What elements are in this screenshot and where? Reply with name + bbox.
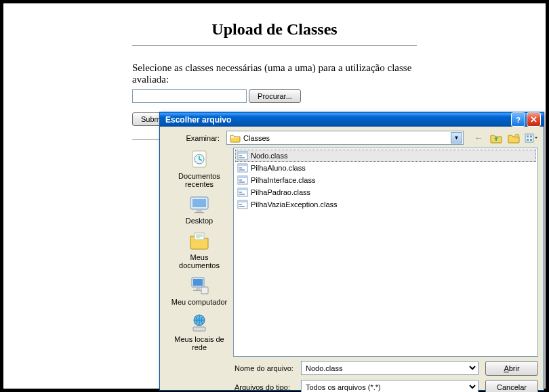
filetype-combo[interactable]: Todos os arquivos (*.*) bbox=[301, 380, 479, 392]
file-list[interactable]: Nodo.class PilhaAluno.class PilhaInterfa… bbox=[233, 148, 538, 357]
place-my-computer[interactable]: Meu computador bbox=[169, 275, 229, 306]
place-network[interactable]: Meus locais de rede bbox=[169, 312, 229, 351]
file-item[interactable]: PilhaAluno.class bbox=[235, 162, 536, 174]
place-label: Meus documentos bbox=[169, 253, 229, 269]
places-bar: Documentos recentes Desktop Meus documen… bbox=[165, 148, 233, 357]
svg-rect-35 bbox=[239, 192, 242, 193]
svg-rect-24 bbox=[239, 157, 245, 158]
svg-rect-40 bbox=[239, 206, 245, 207]
svg-rect-31 bbox=[239, 179, 242, 181]
file-item[interactable]: PilhaVaziaException.class bbox=[235, 198, 536, 211]
dialog-titlebar: Escolher arquivo ? ✕ bbox=[160, 112, 544, 127]
svg-rect-12 bbox=[195, 212, 204, 213]
svg-rect-27 bbox=[239, 167, 242, 169]
filename-combo[interactable]: Nodo.class bbox=[301, 361, 479, 375]
svg-rect-20 bbox=[193, 327, 205, 331]
class-file-icon bbox=[237, 175, 248, 185]
class-file-icon bbox=[237, 188, 248, 197]
file-open-dialog: Escolher arquivo ? ✕ Examinar: Classes ▼… bbox=[159, 112, 544, 391]
page-title: Upload de Classes bbox=[30, 20, 518, 39]
look-in-label: Examinar: bbox=[165, 134, 226, 142]
file-name: PilhaInterface.class bbox=[251, 176, 315, 184]
svg-rect-26 bbox=[238, 164, 247, 166]
svg-rect-38 bbox=[238, 200, 247, 202]
instruction-text: Selecione as classes necessárias (uma a … bbox=[132, 62, 417, 85]
svg-rect-10 bbox=[192, 199, 206, 207]
filetype-label: Arquivos do tipo: bbox=[233, 383, 301, 391]
views-button[interactable] bbox=[525, 131, 538, 145]
class-file-icon bbox=[237, 151, 248, 160]
look-in-value: Classes bbox=[243, 134, 270, 142]
place-label: Meu computador bbox=[169, 298, 229, 306]
place-label: Documentos recentes bbox=[169, 172, 229, 188]
look-in-combo[interactable]: Classes ▼ bbox=[226, 131, 464, 145]
cancel-button[interactable]: Cancelar bbox=[485, 380, 538, 392]
svg-rect-36 bbox=[239, 194, 245, 195]
close-button[interactable]: ✕ bbox=[527, 112, 541, 127]
views-icon bbox=[525, 133, 538, 144]
svg-rect-2 bbox=[525, 134, 533, 142]
my-docs-icon bbox=[188, 230, 211, 252]
file-item[interactable]: Nodo.class bbox=[235, 150, 536, 162]
desktop-icon bbox=[188, 194, 211, 215]
class-file-icon bbox=[237, 163, 248, 173]
network-icon bbox=[188, 312, 211, 334]
svg-rect-6 bbox=[530, 139, 532, 141]
class-file-icon bbox=[237, 200, 248, 209]
place-desktop[interactable]: Desktop bbox=[169, 194, 229, 225]
open-button[interactable]: Abrir bbox=[485, 361, 538, 376]
place-label: Meus locais de rede bbox=[169, 335, 229, 351]
svg-rect-34 bbox=[238, 188, 247, 190]
file-name: PilhaPadrao.class bbox=[251, 188, 310, 196]
place-label: Desktop bbox=[169, 217, 229, 225]
svg-rect-3 bbox=[527, 135, 529, 137]
chevron-down-icon[interactable]: ▼ bbox=[451, 132, 462, 144]
browse-button[interactable]: Procurar... bbox=[249, 89, 301, 103]
svg-rect-32 bbox=[239, 181, 245, 183]
divider bbox=[132, 45, 417, 46]
svg-rect-28 bbox=[239, 169, 245, 171]
file-item[interactable]: PilhaPadrao.class bbox=[235, 186, 536, 198]
folder-up-icon bbox=[490, 133, 502, 144]
dialog-title: Escolher arquivo bbox=[165, 115, 231, 125]
place-recent-documents[interactable]: Documentos recentes bbox=[169, 149, 229, 188]
up-one-level-button[interactable] bbox=[489, 131, 503, 145]
back-button[interactable]: ← bbox=[472, 131, 485, 145]
place-my-documents[interactable]: Meus documentos bbox=[169, 230, 229, 269]
new-folder-icon: ✶ bbox=[508, 133, 520, 144]
folder-icon bbox=[230, 133, 241, 143]
file-name: PilhaAluno.class bbox=[251, 164, 306, 172]
svg-rect-23 bbox=[239, 155, 242, 156]
svg-rect-16 bbox=[196, 288, 200, 290]
new-folder-button[interactable]: ✶ bbox=[507, 131, 521, 145]
file-name: PilhaVaziaException.class bbox=[251, 200, 338, 209]
svg-rect-11 bbox=[197, 210, 202, 212]
svg-rect-5 bbox=[527, 139, 529, 141]
recent-docs-icon bbox=[188, 149, 211, 171]
svg-rect-15 bbox=[193, 279, 203, 286]
file-path-input[interactable] bbox=[132, 89, 247, 103]
svg-text:✶: ✶ bbox=[516, 134, 518, 138]
svg-rect-30 bbox=[238, 176, 247, 178]
svg-rect-22 bbox=[238, 152, 247, 154]
svg-rect-39 bbox=[239, 204, 242, 205]
svg-rect-4 bbox=[530, 135, 532, 137]
my-computer-icon bbox=[188, 275, 211, 297]
help-button[interactable]: ? bbox=[511, 112, 525, 127]
file-name: Nodo.class bbox=[251, 152, 287, 160]
filename-label: Nome do arquivo: bbox=[233, 364, 301, 372]
file-item[interactable]: PilhaInterface.class bbox=[235, 174, 536, 186]
svg-rect-18 bbox=[201, 287, 208, 294]
